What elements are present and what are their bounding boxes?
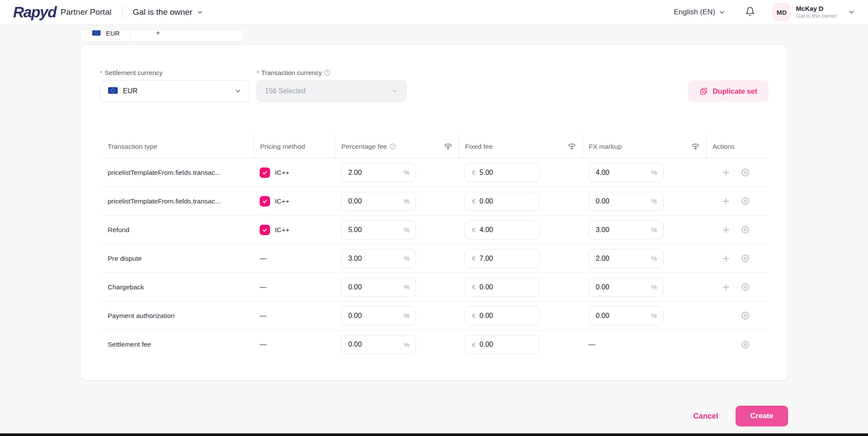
currency-tabs: EUR + xyxy=(80,30,244,42)
pricing-method-checkbox[interactable] xyxy=(260,167,270,178)
fx-markup-cell: 2.00 % xyxy=(582,249,706,268)
fx-markup-value: 3.00 xyxy=(596,226,609,234)
add-fee-button[interactable] xyxy=(722,168,730,177)
percentage-fee-input[interactable]: 3.00 % xyxy=(341,249,416,268)
header-divider xyxy=(122,6,122,19)
language-selector[interactable]: English (EN) xyxy=(674,8,725,16)
fixed-fee-cell: € 0.00 xyxy=(459,335,582,354)
percentage-fee-input[interactable]: 2.00 % xyxy=(341,163,416,182)
currency-form-row: * Settlement currency EUR * Transaction … xyxy=(100,69,769,102)
product-name: Partner Portal xyxy=(60,7,111,17)
tab-eur[interactable]: EUR xyxy=(80,30,131,42)
table-row-pre-dispute: Pre dispute — 3.00 % € 7.00 2.00 % xyxy=(100,244,769,273)
settings-gear-button[interactable] xyxy=(741,197,749,206)
fixed-fee-input[interactable]: € 0.00 xyxy=(465,335,540,354)
percentage-fee-value: 0.00 xyxy=(348,283,362,291)
fx-markup-input[interactable]: 0.00 % xyxy=(588,278,663,297)
add-fee-button[interactable] xyxy=(722,226,730,234)
fx-markup-empty: — xyxy=(588,341,595,348)
pricing-table-body: pricelistTemplateFrom.fields.transac... … xyxy=(100,158,769,359)
euro-prefix: € xyxy=(472,255,475,262)
actions-cell xyxy=(706,340,769,349)
settings-gear-button[interactable] xyxy=(741,254,749,263)
table-row-settlement-fee: Settlement fee — 0.00 % € 0.00 — xyxy=(100,330,769,359)
fixed-fee-input[interactable]: € 4.00 xyxy=(465,220,540,239)
settings-gear-button[interactable] xyxy=(741,311,749,320)
user-name: McKay D xyxy=(796,5,837,13)
settings-gear-button[interactable] xyxy=(741,226,749,234)
cancel-button[interactable]: Cancel xyxy=(693,412,718,421)
help-icon[interactable]: ? xyxy=(324,69,330,76)
percentage-fee-input[interactable]: 0.00 % xyxy=(341,306,416,325)
duplicate-set-button[interactable]: Duplicate set xyxy=(688,80,769,102)
fx-markup-input[interactable]: 0.00 % xyxy=(588,306,663,325)
pricing-method-checkbox[interactable] xyxy=(260,196,270,207)
settlement-currency-field: * Settlement currency EUR xyxy=(100,69,250,102)
transaction-type-cell: Settlement fee xyxy=(100,341,254,348)
user-menu[interactable]: MD McKay D Gal is the owner xyxy=(772,3,855,21)
percentage-fee-input[interactable]: 0.00 % xyxy=(341,335,416,354)
percent-suffix: % xyxy=(651,283,657,291)
fx-markup-input[interactable]: 2.00 % xyxy=(588,249,663,268)
add-tab-button[interactable]: + xyxy=(131,30,244,42)
org-switcher[interactable]: Gal is the owner xyxy=(133,7,203,17)
fill-column-icon[interactable] xyxy=(444,142,452,151)
column-label: Percentage fee xyxy=(341,143,387,151)
fx-markup-cell: 0.00 % xyxy=(582,278,706,297)
percent-suffix: % xyxy=(651,226,657,233)
column-header-fx-markup: FX markup xyxy=(582,135,706,158)
fixed-fee-input[interactable]: € 7.00 xyxy=(465,249,540,268)
fx-markup-input[interactable]: 0.00 % xyxy=(588,192,663,211)
transaction-type-cell: Chargeback xyxy=(100,283,254,291)
percentage-fee-input[interactable]: 0.00 % xyxy=(341,192,416,211)
fixed-fee-cell: € 7.00 xyxy=(459,249,582,268)
pricing-method-cell: — xyxy=(254,341,335,348)
pricing-method-checkbox[interactable] xyxy=(260,225,270,235)
column-label: FX markup xyxy=(589,143,622,151)
plus-icon: + xyxy=(156,30,160,37)
fixed-fee-input[interactable]: € 5.00 xyxy=(465,163,540,182)
pricing-method-cell: — xyxy=(254,283,335,291)
table-row-refund: Refund IC++ 5.00 % € 4.00 3.00 % xyxy=(100,216,769,244)
fixed-fee-input[interactable]: € 0.00 xyxy=(465,192,540,211)
fill-column-icon[interactable] xyxy=(691,142,700,151)
fixed-fee-value: 5.00 xyxy=(479,169,493,177)
transaction-currency-label: * Transaction currency ? xyxy=(257,69,406,76)
add-fee-button[interactable] xyxy=(722,254,730,263)
fx-markup-input[interactable]: 3.00 % xyxy=(588,220,663,239)
fixed-fee-input[interactable]: € 0.00 xyxy=(465,306,540,325)
percent-suffix: % xyxy=(404,341,409,348)
percentage-fee-input[interactable]: 5.00 % xyxy=(341,220,416,239)
transaction-currency-select[interactable]: 156 Selected xyxy=(257,80,406,102)
pricing-method-cell: IC++ xyxy=(254,225,335,235)
settings-gear-button[interactable] xyxy=(741,283,749,292)
euro-prefix: € xyxy=(472,341,475,348)
pricing-table-header: Transaction typePricing methodPercentage… xyxy=(100,135,769,158)
notifications-button[interactable] xyxy=(745,7,755,18)
percentage-fee-input[interactable]: 0.00 % xyxy=(341,278,416,297)
percentage-fee-value: 0.00 xyxy=(348,312,362,320)
percentage-fee-cell: 5.00 % xyxy=(335,220,459,239)
fill-column-icon[interactable] xyxy=(568,142,576,151)
transaction-type-label: pricelistTemplateFrom.fields.transac... xyxy=(108,197,221,205)
fx-markup-input[interactable]: 4.00 % xyxy=(588,163,663,182)
fixed-fee-cell: € 0.00 xyxy=(459,306,582,325)
settings-gear-button[interactable] xyxy=(741,168,749,177)
transaction-type-label: Chargeback xyxy=(108,283,144,291)
transaction-type-cell: pricelistTemplateFrom.fields.transac... xyxy=(100,197,254,205)
pricing-method-empty: — xyxy=(260,341,267,348)
help-icon[interactable]: ? xyxy=(389,143,396,150)
percent-suffix: % xyxy=(404,169,409,176)
add-fee-button[interactable] xyxy=(722,197,730,206)
add-fee-button[interactable] xyxy=(722,283,730,292)
percentage-fee-cell: 0.00 % xyxy=(335,306,459,325)
settings-gear-button[interactable] xyxy=(741,340,749,349)
euro-prefix: € xyxy=(472,226,475,233)
transaction-type-cell: Refund xyxy=(100,226,254,234)
pricing-method-empty: — xyxy=(260,283,267,291)
settlement-currency-select[interactable]: EUR xyxy=(100,80,250,102)
fixed-fee-input[interactable]: € 0.00 xyxy=(465,278,540,297)
chevron-down-icon xyxy=(234,88,241,95)
create-button[interactable]: Create xyxy=(736,406,788,426)
pricing-method-label: IC++ xyxy=(275,169,290,177)
